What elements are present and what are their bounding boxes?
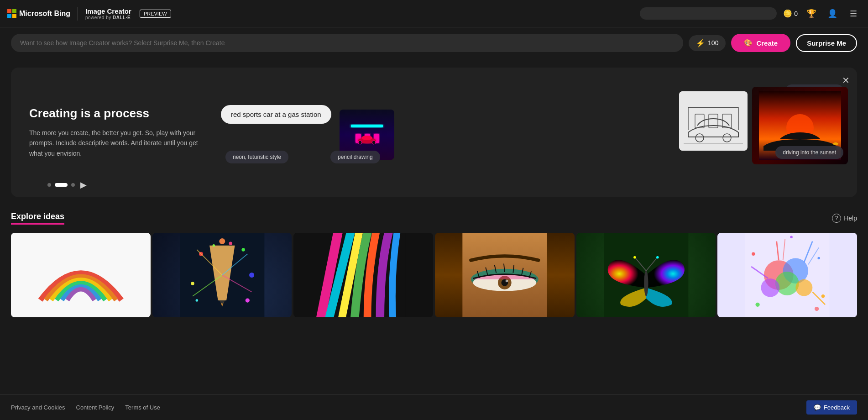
- sketch-thumbnail[interactable]: [679, 91, 748, 151]
- neon-bubble-text: neon, futuristic style: [233, 154, 281, 160]
- feedback-icon: 💬: [814, 404, 821, 411]
- pencil-svg: [152, 233, 292, 317]
- header-icons: 🪙 0 🏆 👤 ☰: [640, 6, 861, 21]
- rainbow-svg: [25, 242, 137, 309]
- splash-image: [717, 233, 857, 317]
- gallery-item-pencil[interactable]: [152, 233, 292, 317]
- svg-point-78: [815, 307, 819, 311]
- svg-point-74: [818, 257, 821, 260]
- create-icon: 🎨: [744, 39, 753, 47]
- coins-count: 0: [794, 10, 798, 17]
- neon-car-svg: [349, 122, 385, 147]
- svg-point-75: [756, 303, 760, 307]
- header-divider: [78, 7, 78, 21]
- onboarding-visual: red sports car at a gas station neon, fu…: [221, 82, 839, 183]
- main-search-input[interactable]: [11, 34, 683, 52]
- explore-section: Explore ideas ? Help: [11, 212, 857, 345]
- header-search-input[interactable]: [640, 7, 777, 20]
- svg-rect-0: [351, 125, 383, 127]
- style-bubble-neon[interactable]: neon, futuristic style: [225, 151, 288, 163]
- svg-point-65: [796, 279, 813, 296]
- create-label: Create: [756, 39, 778, 47]
- image-creator-name: Image Creator: [85, 7, 131, 15]
- carousel-dot-2[interactable]: [55, 183, 68, 187]
- svg-point-60: [656, 256, 659, 259]
- svg-point-32: [245, 298, 249, 302]
- svg-point-30: [249, 273, 254, 278]
- chevron-right-icon: ▶: [80, 180, 87, 189]
- onboarding-text: Creating is a process The more you creat…: [29, 106, 203, 158]
- carousel-dot-1[interactable]: [47, 183, 51, 187]
- coins-display: 🪙 0: [783, 9, 798, 18]
- ms-logo-grid: [7, 9, 16, 18]
- boost-icon: ⚡: [696, 39, 705, 47]
- carousel-next-button[interactable]: ▶: [80, 180, 87, 190]
- svg-point-73: [752, 252, 755, 256]
- gallery-item-ribbons[interactable]: [293, 233, 433, 317]
- image-creator-subtitle: powered by DALL·E: [85, 15, 131, 20]
- style-bubble-sunset[interactable]: driving into the sunset: [775, 146, 843, 159]
- dalle-label: DALL·E: [113, 15, 131, 20]
- svg-point-6: [361, 136, 372, 140]
- svg-point-29: [241, 248, 245, 251]
- onboarding-description: The more you create, the better you get.…: [29, 128, 203, 158]
- carousel-dot-3[interactable]: [71, 183, 75, 187]
- header: Microsoft Bing Image Creator powered by …: [0, 0, 868, 27]
- svg-point-76: [821, 294, 825, 298]
- butterfly-image: [576, 233, 716, 317]
- svg-point-22: [833, 142, 838, 145]
- feedback-button[interactable]: 💬 Feedback: [806, 400, 857, 415]
- help-label: Help: [844, 215, 857, 222]
- reward-icon-button[interactable]: 🏆: [804, 6, 819, 21]
- gallery-item-eye[interactable]: [435, 233, 575, 317]
- privacy-cookies-link[interactable]: Privacy and Cookies: [11, 404, 65, 411]
- surprise-me-button[interactable]: Surprise Me: [796, 34, 857, 52]
- explore-header: Explore ideas ? Help: [11, 212, 857, 225]
- image-gallery: [11, 233, 857, 317]
- image-creator-branding: Image Creator powered by DALL·E: [85, 7, 131, 20]
- ribbons-svg: [293, 233, 433, 317]
- boost-count: 100: [708, 39, 718, 47]
- menu-icon-button[interactable]: ☰: [846, 6, 861, 21]
- footer: Privacy and Cookies Content Policy Terms…: [0, 394, 868, 420]
- close-icon: ✕: [842, 75, 850, 85]
- microsoft-logo[interactable]: Microsoft Bing: [7, 9, 70, 18]
- main-prompt-bubble[interactable]: red sports car at a gas station: [221, 105, 331, 124]
- svg-point-77: [790, 236, 793, 238]
- create-button[interactable]: 🎨 Create: [731, 34, 790, 52]
- main-prompt-text: red sports car at a gas station: [231, 110, 321, 118]
- butterfly-svg: [576, 233, 716, 317]
- svg-point-15: [695, 134, 704, 142]
- user-icon-button[interactable]: 👤: [825, 6, 840, 21]
- onboarding-card: ✕ Creating is a process The more you cre…: [11, 68, 857, 197]
- onboarding-title: Creating is a process: [29, 106, 203, 121]
- svg-point-34: [219, 238, 225, 244]
- rainbow-image: [11, 233, 151, 317]
- prompt-container: red sports car at a gas station neon, fu…: [221, 82, 839, 183]
- onboarding-close-button[interactable]: ✕: [842, 75, 850, 86]
- boost-badge: ⚡ 100: [689, 35, 726, 51]
- svg-point-64: [775, 272, 799, 295]
- help-circle-icon: ?: [832, 214, 841, 223]
- carousel-dots: ▶: [47, 180, 87, 190]
- pencil-image: [152, 233, 292, 317]
- gallery-item-splash[interactable]: [717, 233, 857, 317]
- style-bubble-pencil[interactable]: pencil drawing: [330, 151, 380, 163]
- main-content: ✕ Creating is a process The more you cre…: [0, 58, 868, 420]
- svg-point-33: [195, 299, 198, 302]
- content-policy-link[interactable]: Content Policy: [76, 404, 115, 411]
- splash-svg: [717, 233, 857, 317]
- feedback-label: Feedback: [824, 404, 850, 411]
- coin-icon: 🪙: [783, 9, 792, 18]
- help-button[interactable]: ? Help: [832, 214, 857, 223]
- ribbons-image: [293, 233, 433, 317]
- svg-point-16: [723, 134, 731, 142]
- gallery-item-rainbow[interactable]: [11, 233, 151, 317]
- sketch-svg: [679, 91, 748, 151]
- preview-badge: PREVIEW: [140, 10, 171, 18]
- gallery-item-butterfly[interactable]: [576, 233, 716, 317]
- svg-point-59: [633, 256, 636, 259]
- eye-image: [435, 233, 575, 317]
- terms-of-use-link[interactable]: Terms of Use: [125, 404, 160, 411]
- footer-links: Privacy and Cookies Content Policy Terms…: [11, 404, 160, 411]
